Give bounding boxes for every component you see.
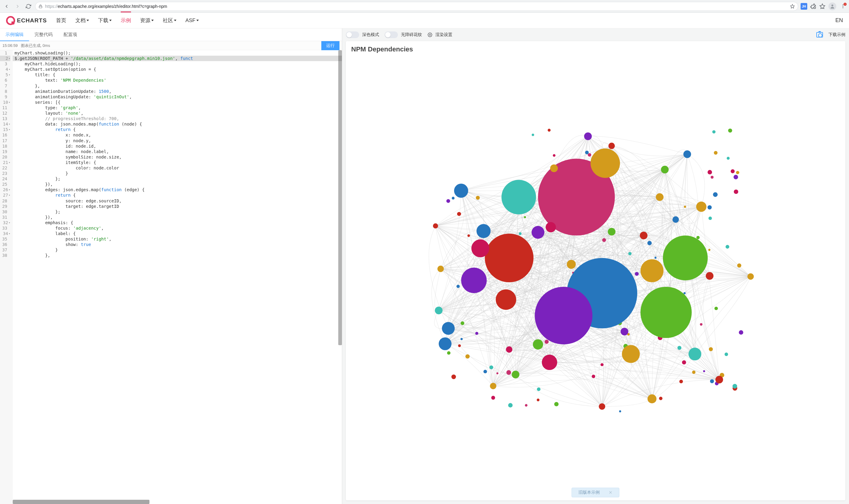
- back-button[interactable]: [2, 2, 11, 11]
- svg-point-110: [495, 289, 516, 310]
- svg-point-127: [683, 150, 691, 158]
- old-version-banner[interactable]: 旧版本示例 ✕: [572, 488, 619, 497]
- svg-point-6: [843, 6, 844, 7]
- favorites-icon[interactable]: [819, 3, 826, 10]
- svg-point-34: [733, 384, 737, 389]
- url-bar[interactable]: https://echarts.apache.org/examples/zh/e…: [35, 2, 798, 11]
- svg-point-60: [628, 252, 631, 255]
- tab-full-code[interactable]: 完整代码: [29, 29, 58, 41]
- svg-point-112: [454, 184, 468, 198]
- preview-toolbar: 深色模式 无障碍花纹 渲染设置 下载示例: [342, 29, 849, 41]
- scrollbar-horizontal[interactable]: [13, 500, 149, 504]
- profile-avatar[interactable]: [828, 2, 836, 10]
- site-header: ECHARTS 首页 文档 下载 示例 资源 社区 ASF EN: [0, 13, 849, 29]
- chevron-down-icon: [196, 20, 199, 21]
- menu-button[interactable]: 1: [839, 3, 847, 10]
- svg-point-126: [661, 166, 668, 173]
- svg-point-95: [731, 169, 735, 173]
- svg-point-57: [460, 338, 463, 340]
- close-icon[interactable]: ✕: [609, 490, 612, 495]
- graph-svg: [346, 41, 845, 500]
- svg-point-15: [714, 151, 717, 155]
- svg-point-41: [475, 332, 478, 335]
- svg-point-74: [548, 129, 551, 132]
- extension-badge[interactable]: JH: [800, 3, 807, 10]
- svg-point-9: [679, 380, 683, 383]
- svg-point-98: [727, 157, 730, 160]
- svg-marker-1: [790, 4, 794, 8]
- gear-icon: [428, 32, 432, 37]
- svg-point-143: [433, 223, 438, 229]
- svg-point-83: [519, 232, 521, 235]
- svg-point-69: [711, 176, 714, 179]
- svg-point-138: [656, 193, 663, 201]
- svg-point-89: [508, 403, 512, 408]
- svg-rect-0: [39, 6, 42, 8]
- scrollbar-vertical[interactable]: [338, 50, 342, 345]
- svg-point-78: [635, 272, 639, 276]
- star-icon[interactable]: [790, 4, 795, 9]
- extensions-icon[interactable]: [810, 3, 816, 10]
- chart-title: NPM Dependencies: [351, 46, 413, 53]
- svg-point-29: [725, 245, 729, 249]
- svg-point-53: [447, 351, 450, 355]
- browser-actions: JH 1: [800, 2, 847, 10]
- download-button[interactable]: 下载示例: [828, 32, 845, 37]
- a11y-toggle[interactable]: [384, 32, 398, 38]
- tab-edit[interactable]: 示例编辑: [0, 29, 29, 41]
- svg-point-134: [715, 376, 723, 383]
- svg-point-135: [620, 328, 628, 335]
- svg-point-133: [490, 383, 496, 389]
- svg-point-14: [682, 360, 686, 364]
- logo[interactable]: ECHARTS: [6, 16, 47, 25]
- svg-point-105: [501, 180, 536, 214]
- editor-pane: 示例编辑 完整代码 配置项 15:06:59 图表已生成, 0ms 运行 12▾…: [0, 29, 342, 504]
- svg-point-118: [439, 337, 451, 350]
- svg-point-48: [713, 192, 717, 197]
- svg-point-142: [672, 216, 679, 223]
- svg-point-4: [831, 4, 833, 6]
- status-message: 图表已生成, 0ms: [21, 43, 50, 49]
- svg-point-139: [550, 165, 558, 172]
- nav-examples[interactable]: 示例: [121, 17, 131, 24]
- svg-point-123: [688, 347, 701, 360]
- nav-resources[interactable]: 资源: [140, 17, 154, 24]
- forward-button[interactable]: [13, 2, 22, 11]
- svg-point-131: [648, 395, 656, 403]
- run-button[interactable]: 运行: [321, 41, 340, 50]
- lang-toggle[interactable]: EN: [835, 17, 843, 23]
- svg-point-20: [537, 388, 540, 391]
- svg-point-43: [545, 340, 548, 344]
- svg-point-35: [458, 344, 461, 347]
- svg-point-36: [524, 216, 526, 218]
- svg-point-61: [446, 199, 450, 203]
- reload-button[interactable]: [24, 2, 33, 11]
- screenshot-button[interactable]: [816, 32, 823, 37]
- svg-point-64: [452, 197, 454, 199]
- url-text: https://echarts.apache.org/examples/zh/e…: [45, 4, 788, 9]
- main-nav: 首页 文档 下载 示例 资源 社区 ASF: [56, 17, 199, 24]
- nav-docs[interactable]: 文档: [75, 17, 89, 24]
- svg-point-44: [684, 206, 686, 208]
- nav-download[interactable]: 下载: [98, 17, 112, 24]
- nav-home[interactable]: 首页: [56, 17, 66, 24]
- tab-config[interactable]: 配置项: [58, 29, 83, 41]
- svg-point-22: [737, 264, 741, 268]
- svg-point-91: [484, 370, 487, 373]
- svg-point-103: [640, 287, 692, 338]
- nav-community[interactable]: 社区: [163, 17, 176, 24]
- dark-mode-toggle[interactable]: [346, 32, 359, 38]
- svg-point-94: [728, 129, 732, 132]
- svg-point-104: [663, 236, 708, 281]
- svg-point-5: [843, 4, 844, 5]
- svg-point-132: [599, 403, 605, 410]
- status-bar: 15:06:59 图表已生成, 0ms 运行: [0, 41, 342, 50]
- svg-point-76: [725, 353, 728, 356]
- code-editor[interactable]: 12▾34▾5▾678910▾11121314▾15▾161718192021▾…: [0, 50, 342, 504]
- chart-canvas[interactable]: NPM Dependencies 旧版本示例 ✕: [346, 41, 845, 500]
- render-settings-label[interactable]: 渲染设置: [435, 32, 452, 37]
- browser-chrome: https://echarts.apache.org/examples/zh/e…: [0, 0, 849, 13]
- nav-asf[interactable]: ASF: [185, 17, 199, 24]
- svg-point-38: [710, 379, 714, 383]
- svg-point-141: [747, 273, 754, 280]
